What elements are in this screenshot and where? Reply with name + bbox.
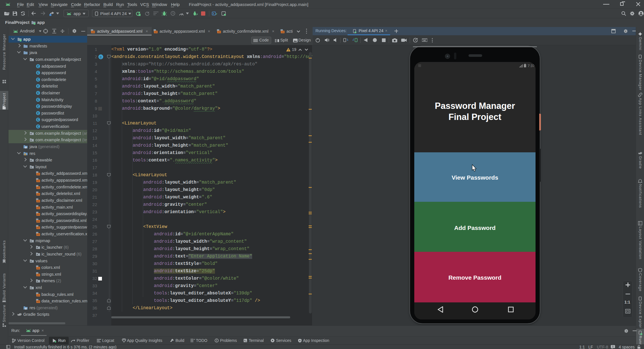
svg-text:C: C [100, 55, 102, 59]
